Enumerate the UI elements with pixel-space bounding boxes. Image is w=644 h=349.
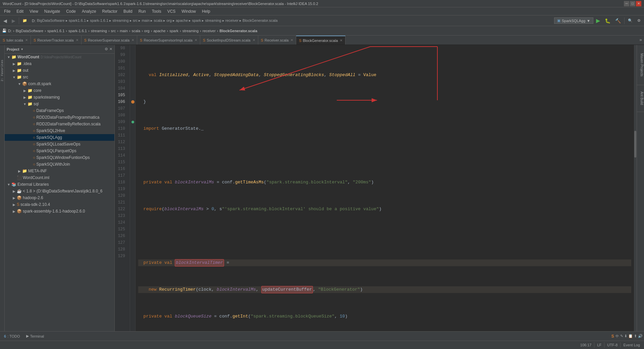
tree-sparksql2hive[interactable]: ▶ ○ SparkSQL2Hive — [5, 127, 114, 134]
sidebar-close-icon[interactable]: ✕ — [109, 47, 112, 51]
tab-receiver-close[interactable]: ✕ — [290, 38, 293, 42]
menu-tools[interactable]: Tools — [149, 8, 164, 14]
nav-apache[interactable]: apache — [153, 29, 165, 33]
tree-spark-assembly[interactable]: ▶ 📦 spark-assembly-1.6.1-hadoop2.6.0 — [5, 208, 114, 215]
tree-scala-sdk[interactable]: ▶ S scala-sdk-2.10.4 — [5, 201, 114, 208]
code-container[interactable]: 98 99 100 101 102 103 104 105 106 107 10… — [115, 45, 637, 331]
status-lf[interactable]: LF — [596, 343, 603, 347]
menu-navigate[interactable]: Navigate — [42, 8, 63, 14]
menu-code[interactable]: Code — [63, 8, 78, 14]
toolbar-back[interactable]: ◀ — [1, 17, 9, 24]
run-config-selector[interactable]: ▣ SparkSQLAgg ▼ — [554, 17, 593, 24]
scroll-thumb[interactable] — [634, 131, 636, 158]
tree-src[interactable]: ▼ 📁 src — [5, 74, 114, 80]
tree-com-dt-spark[interactable]: ▼ 📦 com.dt.spark — [5, 80, 114, 87]
vertical-scrollbar[interactable] — [634, 45, 637, 331]
tab-socketinputdstream[interactable]: S SocketInputDStream.scala ✕ — [200, 36, 258, 45]
right-panels: Maven Projects Ant Build — [637, 45, 644, 331]
maximize-button[interactable]: □ — [630, 1, 635, 6]
tree-rdd2reflection[interactable]: ▶ ○ RDD2DataFrameByReflection.scala — [5, 121, 114, 127]
tree-ext-libs[interactable]: ▼ 📚 External Libraries — [5, 181, 114, 188]
nav-bigdata[interactable]: BigDataSoftware — [16, 29, 44, 33]
debug-button[interactable]: 🐛 — [603, 17, 612, 24]
menu-analyze[interactable]: Analyze — [79, 8, 99, 14]
tree-wordcount-root[interactable]: ▼ 📁 WordCount D:\IdeaProjects\WordCount — [5, 54, 114, 60]
tab-receiver[interactable]: S Receiver.scala ✕ — [258, 36, 297, 45]
tab-receivertracker-close[interactable]: ✕ — [76, 38, 78, 42]
tab-receiversupervisorimpl-close[interactable]: ✕ — [195, 38, 197, 42]
terminal-tab[interactable]: ▶ Terminal — [23, 333, 47, 339]
ln-121: 121 — [115, 199, 128, 206]
tree-sparksteaming[interactable]: ▶ 📁 sparksteaming — [5, 94, 114, 101]
tab-receiversupervisor[interactable]: S ReceiverSupervisor.scala ✕ — [82, 36, 137, 45]
nav-streaming2[interactable]: streaming — [182, 29, 199, 33]
tree-sparksqlagg[interactable]: ▶ ○ SparkSQLAgg — [5, 134, 114, 141]
nav-spark[interactable]: spark — [169, 29, 178, 33]
tree-metainf[interactable]: ▶ 📁 META-INF — [5, 168, 114, 174]
status-position[interactable]: 106:17 — [579, 343, 593, 347]
nav-receiver[interactable]: receiver — [203, 29, 216, 33]
menu-vcs[interactable]: VCS — [165, 8, 178, 14]
nav-scala[interactable]: scala — [131, 29, 140, 33]
nav-src[interactable]: src — [111, 29, 116, 33]
tree-rdd2programmatica[interactable]: ▶ ○ RDD2DataFrameByProgrammatica — [5, 114, 114, 121]
tree-out[interactable]: ▶ 📁 out — [5, 67, 114, 74]
tree-dataframeops[interactable]: ▶ ○ DataFrameOps — [5, 107, 114, 114]
tree-sparksqlwithjoin[interactable]: ▶ ○ SparkSQLWithJoin — [5, 161, 114, 168]
gutter — [130, 45, 136, 331]
tab-tuler-close[interactable]: ✕ — [25, 38, 28, 42]
tree-sparksqlloadsaveops[interactable]: ▶ ○ SparkSQLLoadSaveOps — [5, 141, 114, 148]
todo-tab[interactable]: 6 : TODO — [1, 334, 23, 339]
close-button[interactable]: ✕ — [636, 1, 641, 6]
tree-jdk[interactable]: ▶ ☕ < 1.8 > (D:\BigDataSoftware\Java\jdk… — [5, 188, 114, 194]
toolbar-settings[interactable]: ⚙ — [635, 18, 643, 23]
sidebar-project-label[interactable]: Project — [7, 47, 19, 51]
nav-spark1[interactable]: spark1.6.1 — [47, 29, 64, 33]
build-button[interactable]: 🔨 — [613, 17, 623, 24]
tab-overflow[interactable]: » — [637, 36, 644, 45]
menu-view[interactable]: View — [27, 8, 41, 14]
tab-blockgenerator[interactable]: S BlockGenerator.scala ✕ — [296, 36, 345, 45]
minimize-button[interactable]: ─ — [624, 1, 629, 6]
sidebar-dropdown-icon[interactable]: ▼ — [20, 48, 23, 51]
nav-org[interactable]: org — [144, 29, 150, 33]
tab-socketinputdstream-close[interactable]: ✕ — [253, 38, 255, 42]
nav-spark2[interactable]: spark-1.6.1 — [68, 29, 87, 33]
tree-wordcount-iml[interactable]: ▶ ⬛ WordCount.iml — [5, 174, 114, 181]
menu-run[interactable]: Run — [136, 8, 149, 14]
eventlog-text: Event Log — [623, 343, 640, 347]
run-button[interactable]: ▶ — [594, 17, 602, 24]
sidebar-settings-icon[interactable]: ⚙ — [105, 47, 108, 51]
nav-d[interactable]: D: — [8, 29, 12, 33]
menu-window[interactable]: Window — [179, 8, 199, 14]
tree-idea[interactable]: ▶ 📁 .idea — [5, 60, 114, 67]
code-editor[interactable]: val Initialized, Active, StoppedAddingDa… — [136, 45, 634, 331]
tab-receivertracker[interactable]: S ReceiverTracker.scala ✕ — [31, 36, 82, 45]
menu-help[interactable]: Help — [199, 8, 213, 14]
tab-receiversupervisorimpl[interactable]: S ReceiverSupervisorImpl.scala ✕ — [137, 36, 200, 45]
menu-edit[interactable]: Edit — [14, 8, 26, 14]
status-encoding[interactable]: UTF-8 — [606, 343, 619, 347]
toolbar-forward[interactable]: ▶ — [10, 17, 17, 24]
toolbar-search[interactable]: 🔍 — [626, 18, 635, 23]
tree-sparksqlparquetops[interactable]: ▶ ○ SparkSQLParquetOps — [5, 148, 114, 154]
status-eventlog[interactable]: Event Log — [622, 343, 641, 347]
gutter-109[interactable] — [130, 119, 135, 125]
tab-blockgenerator-close[interactable]: ✕ — [340, 39, 342, 42]
gutter-106[interactable] — [130, 99, 135, 105]
tree-sparksqlwindow[interactable]: ▶ ○ SparkSQLWindowFuntionOps — [5, 154, 114, 161]
menu-refactor[interactable]: Refactor — [100, 8, 120, 14]
tree-core[interactable]: ▶ 📁 core — [5, 87, 114, 94]
nav-main[interactable]: main — [120, 29, 128, 33]
maven-projects-btn[interactable]: Maven Projects — [637, 45, 644, 85]
nav-blockgenerator[interactable]: BlockGenerator.scala — [220, 29, 258, 33]
nav-streaming[interactable]: streaming — [91, 29, 107, 33]
tab-receiversupervisor-close[interactable]: ✕ — [131, 38, 134, 42]
menu-file[interactable]: File — [1, 8, 13, 14]
tree-sql[interactable]: ▼ 📁 sql — [5, 101, 114, 107]
tab-tuler[interactable]: S tuler.scala ✕ — [0, 36, 31, 45]
menu-build[interactable]: Build — [121, 8, 135, 14]
ant-build-btn[interactable]: Ant Build — [637, 85, 644, 112]
tree-hadoop[interactable]: ▶ 📦 hadoop-2.6 — [5, 194, 114, 201]
toolbar-project-name[interactable]: D: BigDataSoftware ▸ spark1.6.1 ▸ spark-… — [30, 18, 280, 23]
